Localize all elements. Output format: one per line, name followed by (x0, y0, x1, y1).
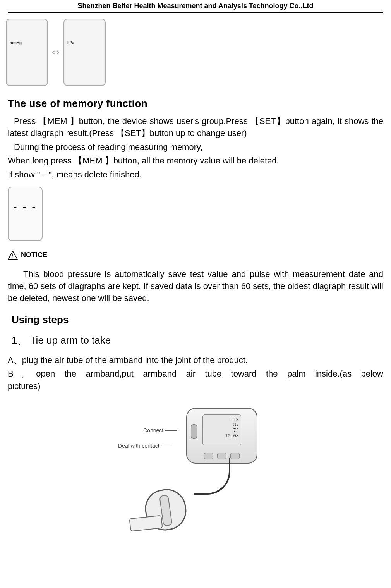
screen-kpa-label: kPa (67, 41, 74, 45)
svg-point-2 (12, 258, 14, 259)
lcd-dia: 87 (205, 422, 239, 428)
deal-with-contact-label: Deal with contact (118, 443, 159, 449)
lcd-sys: 118 (205, 417, 239, 422)
notice-heading: NOTICE (8, 251, 383, 260)
using-steps-title: Using steps (12, 314, 383, 326)
connect-label: Connect (143, 427, 163, 433)
swap-arrows-icon: ⇔ (52, 47, 60, 58)
armband-figure: Connect Deal with contact 118 87 75 10:0… (122, 408, 269, 532)
step1-title: 1、 Tie up arm to take (12, 334, 383, 347)
memory-p2: During the process of reading measuring … (8, 141, 383, 153)
step1-b-line1: B、open the armband,put armband air tube … (8, 368, 383, 380)
notice-label: NOTICE (21, 251, 47, 259)
memory-p1: Press 【MEM 】button, the device shows use… (8, 115, 383, 139)
unit-toggle-figure: mmHg ⇔ kPa (6, 19, 383, 86)
arm-cuff (130, 481, 196, 532)
memory-p4: If show "---", means delete finished. (8, 169, 383, 181)
lcd-pulse: 75 (205, 428, 239, 433)
company-header: Shenzhen Belter Health Measurement and A… (8, 0, 383, 13)
device-side-button (191, 424, 197, 439)
bp-monitor-device: 118 87 75 10:08 (186, 408, 257, 464)
device-lcd: 118 87 75 10:08 (202, 414, 241, 445)
screen-mmhg-label: mmHg (10, 41, 22, 45)
step1-a: A、plug the air tube of the armband into … (8, 354, 383, 366)
armband-figure-area: Connect Deal with contact 118 87 75 10:0… (8, 408, 383, 532)
screen-kpa: kPa (63, 19, 106, 86)
device-button-3 (230, 453, 240, 459)
delete-finished-screen: - - - (8, 187, 43, 241)
step1-b-line2: pictures) (8, 380, 383, 392)
screen-mmhg: mmHg (6, 19, 48, 86)
lcd-time: 10:08 (205, 433, 239, 438)
dash-indicator: - - - (14, 201, 37, 213)
warning-triangle-icon (8, 251, 18, 260)
memory-p3: When long press 【MEM 】button, all the me… (8, 155, 383, 167)
air-tube (194, 458, 230, 495)
notice-body: This blood pressure is automatically sav… (8, 268, 383, 304)
memory-section-title: The use of memory function (8, 98, 383, 110)
